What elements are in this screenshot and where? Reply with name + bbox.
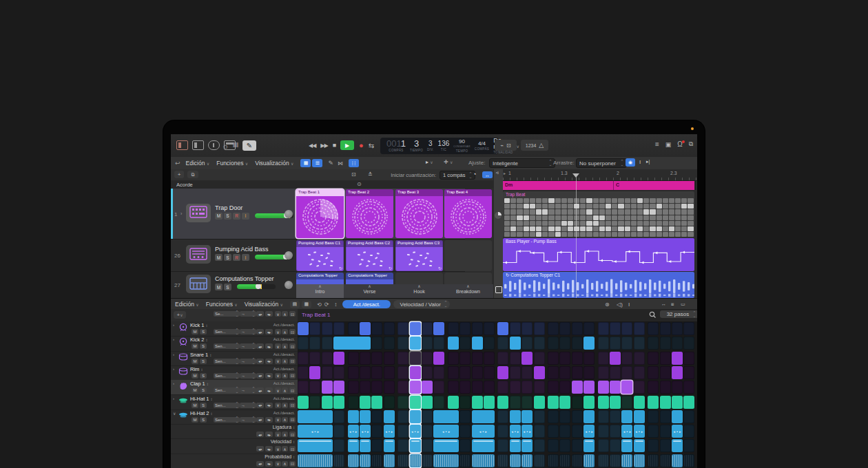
step-cell[interactable] [384,396,395,409]
step-cell-active[interactable] [497,366,508,379]
step-cell-active[interactable] [371,396,382,409]
menu-edicion[interactable]: Edición ∨ [186,160,210,167]
step-cell[interactable] [397,322,409,335]
step-cell[interactable] [660,366,671,379]
global-tracks-disclosure[interactable]: ▸ [504,171,506,176]
step-cell-active[interactable] [360,396,371,409]
row-octave-down-button[interactable]: ∨ [275,432,281,437]
row-nudge-right-button[interactable]: ▪▸ [265,417,273,423]
step-cell[interactable] [610,454,621,467]
step-cell[interactable] [634,337,645,350]
row-onoff-label[interactable]: Act./desact. [273,337,295,341]
step-cell[interactable] [548,439,559,452]
step-cell[interactable] [371,381,382,394]
row-nudge-left-button[interactable]: ◂▪ [256,403,264,408]
row-onoff-label[interactable]: Act./desact. [273,323,295,327]
h-zoom-icon[interactable]: ↔ [661,301,666,306]
step-cell-active[interactable]: ◂•▸ [433,425,458,438]
step-cell[interactable] [397,337,409,350]
zoom-loupe-icon[interactable] [649,311,657,319]
track-level-meter[interactable] [237,284,276,289]
step-cell-active[interactable]: ◂•▸ [510,425,521,438]
chord-track-region[interactable]: DmC [503,181,694,190]
row-rate-dropdown[interactable]: →⌃⌄ [240,343,256,349]
row-octave-up-button[interactable]: ∧ [282,359,288,364]
row-octave-down-button[interactable]: ∨ [275,311,281,317]
row-mute-button[interactable]: M [192,387,198,393]
step-cell[interactable] [583,322,595,335]
step-cell[interactable] [333,410,344,423]
step-cell[interactable] [309,322,320,335]
stop-button[interactable]: ■ [333,142,335,149]
step-cell[interactable] [598,352,609,365]
step-cell-active[interactable] [472,337,483,350]
step-cell[interactable] [422,366,433,379]
cycle-button[interactable]: ⇆ [369,142,374,149]
step-cell-active[interactable]: ◂•▸ [360,425,371,438]
step-cell[interactable] [648,410,659,423]
row-copy-button[interactable]: ⊡ [289,373,296,379]
autoscroll-icon[interactable]: ▸| [646,159,650,164]
quick-help-icon[interactable] [208,140,220,150]
step-cell-active[interactable] [433,352,444,365]
row-nudge-right-button[interactable]: ▪▸ [265,461,273,467]
row-onoff-label[interactable]: Act./desact. [273,396,295,401]
row-nudge-left-button[interactable]: ◂▪ [256,387,264,393]
row-copy-button[interactable]: ⊡ [289,403,296,408]
row-octave-up-button[interactable]: ∧ [282,403,288,408]
step-cell[interactable] [683,425,694,438]
lcd-chevron-icon[interactable]: ∨ [517,144,519,149]
row-octave-up-button[interactable]: ∧ [282,373,288,379]
step-cell[interactable] [598,454,609,467]
rotate-right-icon[interactable]: ⟳ [324,301,329,308]
step-cell[interactable] [572,410,583,423]
step-cell[interactable] [397,366,409,379]
row-octave-up-button[interactable]: ∧ [282,446,288,451]
step-cell[interactable] [433,366,444,379]
step-cell-active[interactable] [583,396,595,409]
step-cell[interactable] [472,366,483,379]
divider-arrow-icon[interactable]: ⊲ [495,170,499,175]
step-cell[interactable] [309,396,320,409]
step-cell-active[interactable] [634,396,645,409]
step-cell-active[interactable] [472,439,495,452]
step-cell[interactable] [298,366,309,379]
step-cell-active[interactable]: ◂•▸ [583,425,595,438]
step-cell[interactable] [660,439,671,452]
step-cell[interactable] [660,322,671,335]
grid-rows-icon[interactable]: ▤ [290,301,300,308]
row-octave-up-button[interactable]: ∧ [282,311,288,317]
step-cell[interactable] [683,454,694,467]
row-rate-dropdown[interactable]: →⌃⌄ [240,359,256,364]
step-cell[interactable] [384,366,395,379]
step-cell[interactable] [672,337,683,350]
step-cell[interactable] [548,381,559,394]
step-cell[interactable] [672,381,683,394]
step-cell[interactable] [598,439,609,452]
step-cell-active[interactable] [610,396,621,409]
step-cell-active[interactable] [521,439,533,452]
onoff-mode-button[interactable]: Act./desact. [342,300,391,308]
add-row-button[interactable]: + ∨ [174,311,186,319]
rotate-left-icon[interactable]: ⟲ [317,301,322,308]
row-disclosure-icon[interactable]: › [173,367,174,371]
step-cell[interactable] [648,337,659,350]
smart-controls-icon[interactable]: ☼ [222,142,229,150]
seq-row-header-ligadura[interactable]: Ligadura ↕◂▪▪▸∨∧⊡⊡ [171,424,298,439]
step-cell[interactable] [634,381,645,394]
step-cell[interactable] [559,454,570,467]
step-cell[interactable] [510,366,521,379]
row-octave-up-button[interactable]: ∧ [282,417,288,423]
step-cell[interactable] [484,352,495,365]
step-cell[interactable] [598,366,609,379]
step-cell[interactable] [648,425,659,438]
step-cell[interactable] [621,366,632,379]
step-cell[interactable] [521,381,533,394]
catch-playhead-button[interactable]: ◉ [626,158,635,167]
rewind-button[interactable]: ◀◀ [309,142,316,149]
row-sen-dropdown[interactable]: Sen...⌃⌄ [214,359,240,364]
step-cell[interactable] [534,352,545,365]
step-cell-active[interactable]: ◂•▸ [348,425,359,438]
step-cell[interactable] [459,352,471,365]
seq-menu-edicion[interactable]: Edición ∨ [175,301,199,308]
